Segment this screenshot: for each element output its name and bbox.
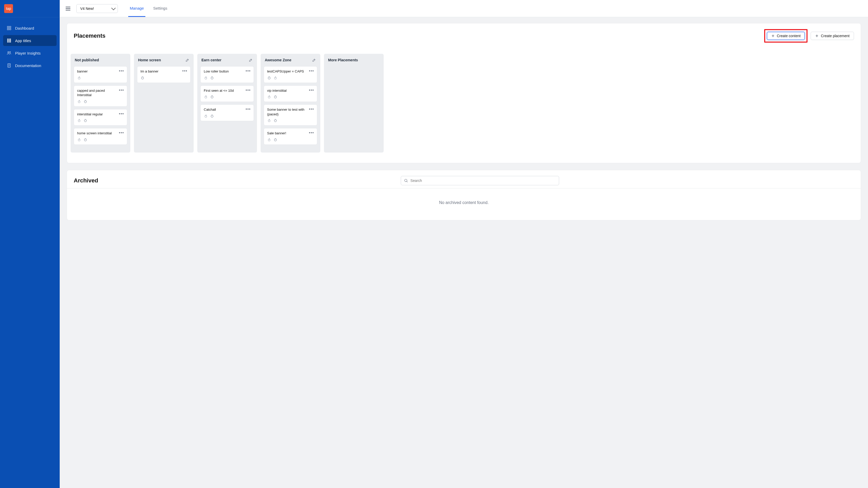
sidebar-item-app-titles[interactable]: App titles xyxy=(3,35,57,46)
column-title: Home screen xyxy=(138,58,161,62)
more-icon[interactable]: ••• xyxy=(246,88,250,92)
more-icon[interactable]: ••• xyxy=(246,69,250,73)
sidebar-item-label: Player Insights xyxy=(15,51,40,55)
tab-manage[interactable]: Manage xyxy=(128,0,145,17)
archived-search-input[interactable] xyxy=(401,176,559,185)
content-item[interactable]: interstitial regular••• xyxy=(74,109,127,126)
more-icon[interactable]: ••• xyxy=(119,88,124,92)
column-title: More Placements xyxy=(328,58,358,62)
column-title: Earn center xyxy=(202,58,221,62)
column-header: Home screen xyxy=(137,57,190,64)
item-row: Im a banner••• xyxy=(141,69,187,74)
svg-line-45 xyxy=(85,138,85,139)
placements-card: Placements Create content Create placeme… xyxy=(67,23,861,163)
svg-point-11 xyxy=(9,41,10,42)
edit-icon[interactable] xyxy=(312,58,316,62)
more-icon[interactable]: ••• xyxy=(119,131,124,135)
main-area: V4 New! Manage Settings Placements Creat… xyxy=(60,0,868,488)
platform-icons xyxy=(267,138,314,142)
more-icon[interactable]: ••• xyxy=(309,107,314,111)
svg-line-67 xyxy=(212,95,213,96)
dashboard-icon xyxy=(7,26,11,30)
item-title: interstitial regular xyxy=(77,112,103,117)
platform-icons xyxy=(267,76,314,80)
sidebar-item-documentation[interactable]: Documentation xyxy=(3,60,57,71)
more-icon[interactable]: ••• xyxy=(309,131,314,135)
content-item[interactable]: Im a banner••• xyxy=(137,66,190,83)
more-icon[interactable]: ••• xyxy=(309,88,314,92)
plus-icon xyxy=(815,34,819,38)
more-icon[interactable]: ••• xyxy=(119,69,124,73)
tab-settings[interactable]: Settings xyxy=(152,0,169,17)
item-row: capped and paced Interstitial••• xyxy=(77,88,124,97)
column-header: Awesome Zone xyxy=(264,57,317,64)
brand-logo[interactable]: tap xyxy=(4,4,13,13)
item-row: Catchall••• xyxy=(204,107,250,112)
placements-title: Placements xyxy=(74,32,105,39)
create-content-button[interactable]: Create content xyxy=(767,32,805,40)
item-row: Sale banner!••• xyxy=(267,131,314,136)
svg-point-103 xyxy=(405,179,407,182)
archived-empty-message: No archived content found. xyxy=(67,189,861,220)
highlight-create-content: Create content xyxy=(764,29,808,42)
svg-rect-0 xyxy=(7,26,8,28)
placement-column: Earn centerLow roller button•••First see… xyxy=(197,54,257,152)
edit-icon[interactable] xyxy=(185,58,189,62)
sidebar-item-label: Dashboard xyxy=(15,26,34,30)
edit-icon[interactable] xyxy=(249,58,253,62)
logo-container: tap xyxy=(0,0,60,18)
content-item[interactable]: Low roller button••• xyxy=(200,66,254,83)
content-item[interactable]: banner••• xyxy=(74,66,127,83)
platform-icons xyxy=(77,138,124,142)
apple-icon xyxy=(77,118,81,123)
svg-line-46 xyxy=(86,138,86,139)
content-item[interactable]: Some banner to test with (paced)••• xyxy=(264,105,317,125)
more-icon[interactable]: ••• xyxy=(183,69,187,73)
item-row: Low roller button••• xyxy=(204,69,250,74)
topbar: V4 New! Manage Settings xyxy=(60,0,868,17)
app-selector[interactable]: V4 New! xyxy=(76,4,118,13)
sidebar-item-label: Documentation xyxy=(15,63,41,68)
svg-rect-47 xyxy=(142,77,144,79)
svg-line-73 xyxy=(212,115,212,115)
archived-title: Archived xyxy=(74,177,98,184)
platform-icons xyxy=(267,95,314,99)
apple-icon xyxy=(267,138,271,142)
item-row: First seen at <= 10d••• xyxy=(204,88,250,93)
sidebar-item-dashboard[interactable]: Dashboard xyxy=(3,23,57,33)
svg-point-6 xyxy=(10,39,11,39)
content-item[interactable]: home screen interstitial••• xyxy=(74,128,127,145)
svg-rect-26 xyxy=(85,101,87,103)
sidebar-item-label: App titles xyxy=(15,38,31,43)
hamburger-icon[interactable] xyxy=(65,5,71,12)
item-row: banner••• xyxy=(77,69,124,74)
item-title: Some banner to test with (paced) xyxy=(267,107,307,116)
android-icon xyxy=(210,95,214,99)
more-icon[interactable]: ••• xyxy=(309,69,314,73)
apple-icon xyxy=(77,99,81,104)
svg-line-95 xyxy=(276,119,276,119)
content-item[interactable]: capped and paced Interstitial••• xyxy=(74,85,127,107)
more-icon[interactable]: ••• xyxy=(246,107,250,111)
sidebar: tap Dashboard App titles Player Insights xyxy=(0,0,60,488)
topbar-tabs: Manage Settings xyxy=(128,0,169,17)
android-icon xyxy=(273,118,277,123)
svg-line-38 xyxy=(85,119,85,119)
item-row: Some banner to test with (paced)••• xyxy=(267,107,314,116)
item-title: vip interstitial xyxy=(267,88,286,93)
content-item[interactable]: testCAPSUpper = CAPS••• xyxy=(264,66,317,83)
svg-rect-82 xyxy=(275,96,276,98)
content-item[interactable]: Sale banner!••• xyxy=(264,128,317,145)
content-item[interactable]: First seen at <= 10d••• xyxy=(200,85,254,102)
content-item[interactable]: Catchall••• xyxy=(200,105,254,121)
archived-search xyxy=(401,176,559,185)
item-title: Sale banner! xyxy=(267,131,286,136)
create-placement-button[interactable]: Create placement xyxy=(811,32,854,40)
content-item[interactable]: vip interstitial••• xyxy=(264,85,317,102)
app-selector-value: V4 New! xyxy=(80,6,94,11)
apple-icon xyxy=(273,76,277,80)
platform-icons xyxy=(204,114,250,118)
more-icon[interactable]: ••• xyxy=(119,112,124,116)
sidebar-item-player-insights[interactable]: Player Insights xyxy=(3,48,57,58)
column-header: Earn center xyxy=(200,57,254,64)
